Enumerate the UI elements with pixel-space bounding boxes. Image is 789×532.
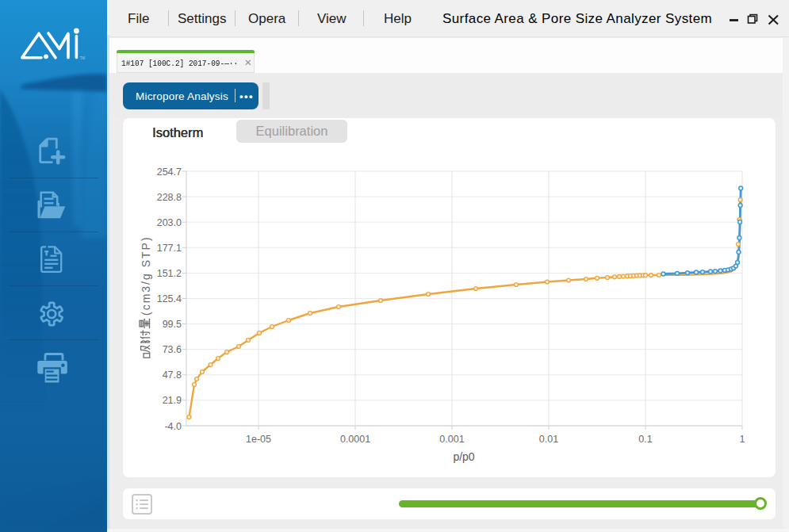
svg-text:1e-05: 1e-05 bbox=[246, 434, 271, 445]
svg-text:TM: TM bbox=[80, 56, 86, 60]
svg-text:0.1: 0.1 bbox=[638, 434, 652, 445]
svg-text:21.9: 21.9 bbox=[163, 395, 182, 406]
svg-text:-4.0: -4.0 bbox=[164, 421, 182, 432]
svg-text:p/p0: p/p0 bbox=[453, 450, 474, 463]
svg-text:73.6: 73.6 bbox=[163, 344, 182, 355]
svg-text:203.0: 203.0 bbox=[157, 217, 182, 228]
svg-text:151.2: 151.2 bbox=[157, 268, 182, 279]
svg-text:0.0001: 0.0001 bbox=[340, 434, 370, 445]
svg-text:228.8: 228.8 bbox=[157, 192, 182, 203]
svg-text:177.1: 177.1 bbox=[157, 243, 182, 254]
svg-text:125.4: 125.4 bbox=[157, 293, 182, 304]
svg-text:47.8: 47.8 bbox=[163, 369, 182, 381]
svg-text:0.01: 0.01 bbox=[539, 434, 558, 445]
svg-text:0.001: 0.001 bbox=[439, 434, 464, 445]
svg-text:254.7: 254.7 bbox=[157, 166, 182, 178]
svg-text:1: 1 bbox=[740, 434, 745, 445]
svg-text:99.5: 99.5 bbox=[163, 319, 182, 330]
